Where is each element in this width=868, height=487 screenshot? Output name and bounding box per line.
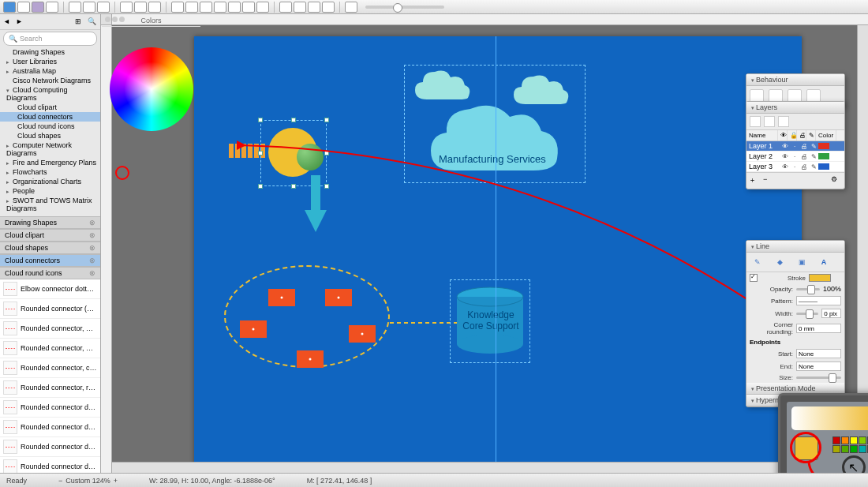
pattern-dropdown[interactable]: ——— <box>796 296 841 305</box>
tree-item[interactable]: People <box>0 186 100 196</box>
remove-layer-icon[interactable]: − <box>763 175 774 186</box>
line-header[interactable]: Line <box>746 241 844 253</box>
shape-item[interactable]: Rounded connector dotted, ... <box>0 418 100 437</box>
tool-btn[interactable] <box>228 2 241 13</box>
process-node[interactable] <box>297 350 324 368</box>
shape-item[interactable]: Rounded connector, circle ends <box>0 358 100 378</box>
layer-row[interactable]: Layer 1👁·🖨✎ <box>746 141 844 152</box>
shape-item[interactable]: Rounded connector dotte ... <box>0 437 100 457</box>
tool-btn[interactable] <box>83 2 95 13</box>
layer-row[interactable]: Layer 2👁·🖨✎ <box>746 152 844 162</box>
width-value[interactable]: 0 pix <box>821 309 841 318</box>
tree-item[interactable]: Cloud connectors <box>0 112 100 122</box>
tool-btn[interactable] <box>97 2 110 13</box>
tool-btn[interactable] <box>120 2 133 13</box>
add-layer-icon[interactable]: ＋ <box>749 175 760 186</box>
tree-item[interactable]: Cloud Computing Diagrams <box>0 85 100 103</box>
tree-item[interactable]: Computer Network Diagrams <box>0 140 100 158</box>
opacity-slider[interactable] <box>796 288 820 290</box>
tool-btn[interactable] <box>32 2 44 13</box>
shape-item[interactable]: Rounded connector (with ... <box>0 299 100 319</box>
stroke-color-swatch[interactable] <box>809 274 831 282</box>
corner-value[interactable]: 0 mm <box>796 324 841 333</box>
process-node[interactable] <box>268 289 295 306</box>
scrollbar-horizontal[interactable] <box>112 462 857 473</box>
color-wheel[interactable] <box>110 47 193 131</box>
tool-btn[interactable] <box>308 2 320 13</box>
guide-line[interactable] <box>496 36 496 473</box>
cloud-large[interactable] <box>423 99 565 178</box>
shadow-tab-icon[interactable]: ▣ <box>794 256 810 268</box>
tool-btn[interactable] <box>214 2 226 13</box>
tree-item[interactable]: Flowcharts <box>0 167 100 177</box>
layers-panel[interactable]: Layers Name 👁🔒🖨✎ Color Layer 1👁·🖨✎Layer … <box>746 101 845 189</box>
zoom-in-icon[interactable]: + <box>114 477 118 485</box>
fill-tab-icon[interactable]: ◆ <box>772 256 788 268</box>
tool-btn[interactable] <box>148 2 161 13</box>
zoom-label[interactable]: Custom 124% <box>65 477 110 485</box>
zoom-swatches[interactable] <box>832 436 868 453</box>
shape-item[interactable]: Rounded connector, one-way <box>0 339 100 358</box>
zoom-icon[interactable] <box>345 2 357 13</box>
lib-header[interactable]: Cloud clipart⊗ <box>0 229 100 242</box>
layer-tool-icon[interactable] <box>778 116 789 127</box>
lib-header[interactable]: Cloud shapes⊗ <box>0 242 100 254</box>
tree-item[interactable]: SWOT and TOWS Matrix Diagrams <box>0 196 100 213</box>
width-slider[interactable] <box>796 313 818 315</box>
line-panel[interactable]: Line ✎ ◆ ▣ A Stroke Opacity: 100% Patter… <box>746 240 845 407</box>
stroke-checkbox[interactable] <box>750 274 758 282</box>
tool-btn[interactable] <box>46 2 58 13</box>
big-arrow-down[interactable] <box>305 175 327 232</box>
drawing-page[interactable]: Manufacturing Services <box>194 36 802 473</box>
shape-item[interactable]: Rounded connector dotted ... <box>0 398 100 418</box>
zoom-out-icon[interactable]: − <box>58 477 62 485</box>
tool-btn[interactable] <box>242 2 255 13</box>
lib-header[interactable]: Cloud connectors⊗ <box>0 254 100 267</box>
shape-item[interactable]: Rounded connector, bidir ... <box>0 319 100 339</box>
fwd-icon[interactable]: ► <box>16 17 25 27</box>
tree-item[interactable]: Cisco Network Diagrams <box>0 76 100 85</box>
tool-btn[interactable] <box>322 2 335 13</box>
lib-header[interactable]: Drawing Shapes⊗ <box>0 216 100 229</box>
tree-item[interactable]: Drawing Shapes <box>0 47 100 57</box>
layers-header[interactable]: Layers <box>746 102 844 114</box>
layer-tool-icon[interactable] <box>764 116 775 127</box>
size-slider[interactable] <box>796 376 841 379</box>
tool-btn[interactable] <box>3 2 16 13</box>
shapes-list[interactable]: Elbow connector dotted, ...Rounded conne… <box>0 279 100 473</box>
start-dropdown[interactable]: None <box>796 349 841 358</box>
tree-item[interactable]: Cloud shapes <box>0 131 100 140</box>
shape-item[interactable]: Rounded connector dotted ... <box>0 457 100 473</box>
zoom-lightness-bar[interactable] <box>791 406 868 430</box>
zoom-slider[interactable] <box>365 6 444 9</box>
zoom-out-icon[interactable] <box>279 2 292 13</box>
back-icon[interactable]: ◄ <box>3 17 13 27</box>
line-tab-icon[interactable]: ✎ <box>750 256 765 268</box>
layer-row[interactable]: Layer 3👁·🖨✎ <box>746 162 844 172</box>
search-input[interactable]: Search <box>3 32 97 46</box>
process-node[interactable] <box>349 325 376 343</box>
tool-btn[interactable] <box>256 2 269 13</box>
text-tab-icon[interactable]: A <box>816 256 832 268</box>
tool-btn[interactable] <box>134 2 147 13</box>
tool-btn[interactable] <box>171 2 184 13</box>
end-dropdown[interactable]: None <box>796 362 841 371</box>
lib-header[interactable]: Cloud round icons⊗ <box>0 267 100 279</box>
library-tree[interactable]: Drawing ShapesUser LibrariesAustralia Ma… <box>0 47 100 213</box>
layer-tool-icon[interactable] <box>750 116 761 127</box>
tree-item[interactable]: Organizational Charts <box>0 177 100 186</box>
tool-btn[interactable] <box>17 2 30 13</box>
menu-icon[interactable]: ⚙ <box>831 175 842 186</box>
process-node[interactable] <box>240 320 267 338</box>
shape-item[interactable]: Rounded connector, ring ends <box>0 378 100 398</box>
tree-item[interactable]: User Libraries <box>0 57 100 66</box>
tree-item[interactable]: Fire and Emergency Plans <box>0 158 100 167</box>
ruler-horizontal[interactable] <box>112 14 868 25</box>
tree-item[interactable]: Australia Map <box>0 66 100 76</box>
behaviour-header[interactable]: Behaviour <box>746 74 844 86</box>
tree-item[interactable]: Cloud round icons <box>0 122 100 131</box>
zoom-in-icon[interactable] <box>294 2 306 13</box>
search-mode-icon[interactable]: 🔍 <box>88 17 97 27</box>
tool-btn[interactable] <box>200 2 212 13</box>
tool-btn[interactable] <box>69 2 81 13</box>
